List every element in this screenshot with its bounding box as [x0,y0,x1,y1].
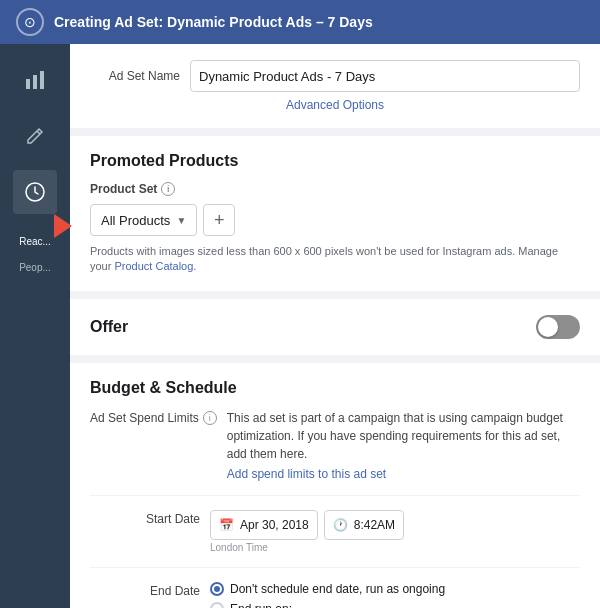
sidebar-section-chart[interactable] [0,54,70,106]
budget-schedule-section: Budget & Schedule Ad Set Spend Limits i … [70,363,600,608]
svg-rect-0 [26,79,30,89]
time-icon: 🕐 [333,518,348,532]
product-set-label: Product Set i [90,182,580,196]
spend-limits-info-icon[interactable]: i [203,411,217,425]
end-date-label: End Date [90,582,200,608]
people-label: Peop... [15,262,55,274]
end-date-radio-1[interactable] [210,582,224,596]
page-header: ⊙ Creating Ad Set: Dynamic Product Ads –… [0,0,600,44]
start-time-input[interactable]: 🕐 8:42AM [324,510,404,540]
clock-icon[interactable] [13,170,57,214]
toggle-knob [538,317,558,337]
chevron-down-icon: ▼ [176,215,186,226]
spend-limits-row: Ad Set Spend Limits i This ad set is par… [90,409,580,496]
sidebar-section-people: Peop... [0,256,70,278]
chart-icon[interactable] [13,58,57,102]
start-date-label: Start Date [90,510,200,553]
promoted-products-title: Promoted Products [90,152,580,170]
advanced-options-link[interactable]: Advanced Options [286,98,384,112]
end-date-radio-2[interactable] [210,602,224,608]
edit-icon[interactable] [13,114,57,158]
offer-toggle[interactable] [536,315,580,339]
offer-section: Offer [70,299,600,355]
products-info-text: Products with images sized less than 600… [90,244,580,275]
budget-schedule-title: Budget & Schedule [90,379,580,397]
start-date-input[interactable]: 📅 Apr 30, 2018 [210,510,318,540]
spend-limits-content: This ad set is part of a campaign that i… [227,409,580,481]
arrow-indicator [54,214,72,238]
dropdown-value: All Products [101,213,170,228]
sidebar: Reac... Peop... [0,44,70,608]
promoted-products-section: Promoted Products Product Set i All Prod… [70,136,600,291]
start-date-row: Start Date 📅 Apr 30, 2018 🕐 8:42AM Londo [90,510,580,568]
ad-set-name-section: Ad Set Name Advanced Options [70,44,600,128]
product-catalog-link[interactable]: Product Catalog. [114,260,196,272]
offer-title: Offer [90,318,128,336]
svg-rect-1 [33,75,37,89]
svg-rect-2 [40,71,44,89]
spend-limits-description: This ad set is part of a campaign that i… [227,409,580,463]
header-title: Creating Ad Set: Dynamic Product Ads – 7… [54,14,373,30]
start-date-value: Apr 30, 2018 [240,518,309,532]
header-icon: ⊙ [16,8,44,36]
reach-label: Reac... [15,236,55,248]
product-set-info-icon[interactable]: i [161,182,175,196]
main-content: Ad Set Name Advanced Options Promoted Pr… [70,44,600,608]
add-product-set-button[interactable]: + [203,204,235,236]
radio-inner [214,586,220,592]
end-date-option-1[interactable]: Don't schedule end date, run as ongoing [210,582,580,596]
calendar-icon: 📅 [219,518,234,532]
ad-set-name-input[interactable] [190,60,580,92]
add-spend-limits-link[interactable]: Add spend limits to this ad set [227,467,580,481]
sidebar-section-edit[interactable] [0,110,70,162]
end-date-label-2: End run on: [230,602,292,608]
ad-set-name-label: Ad Set Name [90,69,180,83]
all-products-dropdown[interactable]: All Products ▼ [90,204,197,236]
sidebar-section-clock[interactable] [0,166,70,218]
end-date-content: Don't schedule end date, run as ongoing … [210,582,580,608]
end-date-row: End Date Don't schedule end date, run as… [90,582,580,608]
timezone-label: London Time [210,542,580,553]
product-set-row: All Products ▼ + [90,204,580,236]
end-date-option-2[interactable]: End run on: [210,602,580,608]
start-time-value: 8:42AM [354,518,395,532]
end-date-label-1: Don't schedule end date, run as ongoing [230,582,445,596]
spend-limits-label: Ad Set Spend Limits i [90,409,217,481]
start-date-content: 📅 Apr 30, 2018 🕐 8:42AM London Time [210,510,580,553]
